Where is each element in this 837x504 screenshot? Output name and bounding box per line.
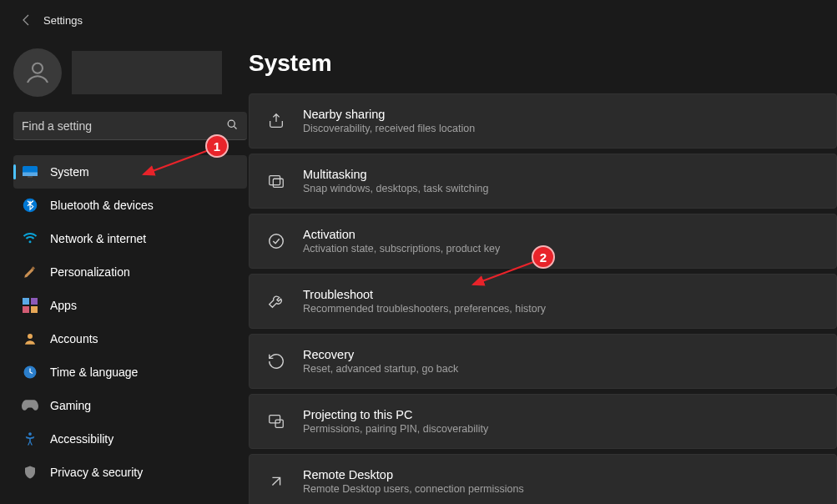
card-remote-desktop[interactable]: Remote Desktop Remote Desktop users, con…: [249, 454, 837, 504]
gamepad-icon: [22, 397, 38, 414]
card-title: Recovery: [303, 348, 458, 361]
card-nearby-sharing[interactable]: Nearby sharing Discoverability, received…: [249, 93, 837, 149]
check-circle-icon: [266, 231, 286, 251]
card-title: Multitasking: [303, 168, 488, 181]
card-desc: Activation state, subscriptions, product…: [303, 243, 500, 255]
sidebar-item-label: Accessibility: [50, 432, 113, 446]
user-name-block: [72, 51, 222, 94]
paintbrush-icon: [22, 264, 38, 280]
sidebar-item-bluetooth[interactable]: Bluetooth & devices: [13, 189, 247, 222]
card-title: Activation: [303, 228, 500, 241]
sidebar-item-label: Accounts: [50, 332, 98, 345]
svg-rect-13: [270, 176, 280, 185]
sidebar-item-accessibility[interactable]: Accessibility: [13, 422, 247, 456]
accessibility-icon: [22, 431, 38, 447]
svg-rect-7: [31, 298, 38, 305]
card-title: Nearby sharing: [303, 108, 475, 121]
sidebar-item-label: Time & language: [50, 365, 138, 379]
sidebar-item-label: System: [50, 165, 89, 179]
svg-point-12: [28, 432, 32, 436]
avatar: [13, 48, 62, 97]
svg-rect-9: [31, 306, 38, 313]
remote-desktop-icon: [266, 471, 286, 491]
card-multitasking[interactable]: Multitasking Snap windows, desktops, tas…: [249, 154, 837, 209]
svg-point-1: [228, 120, 234, 127]
sidebar-item-label: Network & internet: [50, 232, 146, 245]
card-desc: Snap windows, desktops, task switching: [303, 183, 488, 194]
svg-rect-8: [23, 306, 29, 313]
card-recovery[interactable]: Recovery Reset, advanced startup, go bac…: [249, 334, 837, 389]
annotation-badge-2: 2: [532, 245, 555, 269]
card-title: Projecting to this PC: [303, 408, 488, 421]
sidebar-item-privacy[interactable]: Privacy & security: [13, 456, 247, 489]
card-title: Remote Desktop: [303, 468, 524, 481]
card-title: Troubleshoot: [303, 288, 546, 301]
sidebar-item-gaming[interactable]: Gaming: [13, 389, 247, 422]
share-icon: [266, 111, 286, 131]
shield-icon: [22, 464, 38, 481]
card-projecting[interactable]: Projecting to this PC Permissions, pairi…: [249, 394, 837, 449]
sidebar-item-apps[interactable]: Apps: [13, 289, 247, 322]
recovery-icon: [266, 351, 286, 371]
search-icon: [226, 118, 239, 134]
display-icon: [22, 164, 38, 180]
sidebar-item-time-language[interactable]: Time & language: [13, 355, 247, 389]
sidebar-item-label: Bluetooth & devices: [50, 199, 154, 212]
sidebar-nav: System Bluetooth & devices Network & int…: [13, 155, 247, 489]
svg-point-10: [28, 334, 33, 339]
multitask-icon: [266, 171, 286, 191]
card-desc: Reset, advanced startup, go back: [303, 363, 458, 375]
sidebar-item-personalization[interactable]: Personalization: [13, 255, 247, 289]
svg-rect-17: [275, 420, 283, 427]
card-desc: Permissions, pairing PIN, discoverabilit…: [303, 423, 488, 435]
svg-rect-16: [270, 416, 280, 423]
wifi-icon: [22, 230, 38, 247]
user-account-row[interactable]: [13, 48, 249, 97]
sidebar-item-accounts[interactable]: Accounts: [13, 322, 247, 355]
svg-rect-14: [273, 179, 283, 187]
main-content: System Nearby sharing Discoverability, r…: [249, 40, 837, 504]
card-desc: Discoverability, received files location: [303, 123, 475, 134]
sidebar-item-label: Personalization: [50, 265, 130, 279]
svg-point-0: [33, 63, 43, 73]
apps-icon: [22, 297, 38, 314]
person-icon: [22, 330, 38, 347]
bluetooth-icon: [22, 197, 38, 214]
sidebar-item-system[interactable]: System: [13, 155, 247, 189]
sidebar-item-label: Privacy & security: [50, 466, 143, 479]
projecting-icon: [266, 411, 286, 431]
annotation-badge-1: 1: [205, 134, 229, 158]
wrench-icon: [266, 291, 286, 311]
sidebar-item-label: Apps: [50, 299, 77, 312]
card-troubleshoot[interactable]: Troubleshoot Recommended troubleshooters…: [249, 274, 837, 329]
sidebar: System Bluetooth & devices Network & int…: [0, 40, 249, 504]
sidebar-item-label: Gaming: [50, 399, 91, 412]
card-desc: Recommended troubleshooters, preferences…: [303, 303, 546, 315]
sidebar-item-network[interactable]: Network & internet: [13, 222, 247, 255]
window-title: Settings: [43, 14, 83, 27]
svg-point-15: [270, 234, 284, 249]
svg-rect-3: [23, 173, 38, 177]
svg-rect-4: [28, 176, 33, 178]
svg-rect-6: [23, 298, 29, 305]
clock-icon: [22, 364, 38, 381]
back-button[interactable]: [13, 8, 37, 32]
titlebar: Settings: [0, 0, 837, 40]
card-desc: Remote Desktop users, connection permiss…: [303, 483, 524, 495]
page-title: System: [249, 50, 837, 77]
